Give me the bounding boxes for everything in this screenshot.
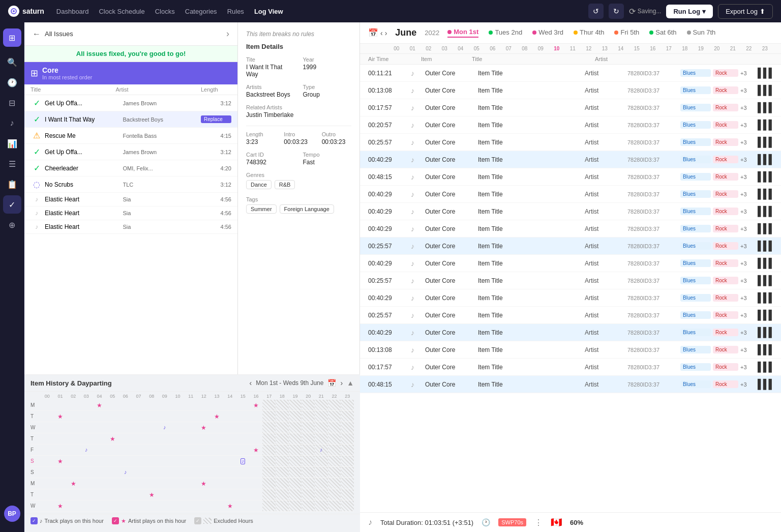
section-title: Core [42,66,92,74]
undo-button[interactable]: ↺ [588,4,604,19]
schedule-row[interactable]: 00:48:15 ♪ Outer Core Item Title Artist … [360,168,781,186]
day-tab[interactable]: Wed 3rd [532,28,563,38]
run-log-button[interactable]: Run Log ▾ [666,5,713,18]
genre-tag[interactable]: Dance [246,180,272,189]
schedule-row[interactable]: 00:17:57 ♪ Outer Core Item Title Artist … [360,359,781,376]
item-title: Item Title [478,225,583,232]
sidebar-icons: ⊞ 🔍 🕐 ⊟ ♪ 📊 ☰ 📋 ✓ ⊕ BP [0,22,24,532]
day-cell [132,445,145,455]
detail-panel: This item breaks no rules Item Details T… [238,22,360,374]
schedule-row[interactable]: 00:40:29 ♪ Outer Core Item Title Artist … [360,255,781,272]
sidebar-check-btn[interactable]: ✓ [3,195,21,214]
day-cell [171,478,185,489]
track-info: Cheerleader [45,165,121,172]
more-options-button[interactable]: ⋮ [534,518,543,527]
nav-dashboard[interactable]: Dashboard [56,8,89,15]
user-avatar[interactable]: BP [4,506,20,522]
schedule-next-btn[interactable]: › [385,29,387,37]
day-tab[interactable]: Sat 6th [649,28,676,38]
schedule-row[interactable]: 00:13:08 ♪ Outer Core Item Title Artist … [360,341,781,359]
sidebar-list-btn[interactable]: ☰ [3,155,21,173]
day-cell [41,500,54,511]
calendar-icon[interactable]: 📅 [327,379,336,387]
track-artist: Sia [123,224,199,230]
schedule-row[interactable]: 00:40:29 ♪ Outer Core Item Title Artist … [360,186,781,203]
day-cell [80,400,93,410]
day-tab[interactable]: Sun 7th [687,28,716,38]
day-cell [197,411,211,422]
track-item[interactable]: ♪ Elastic Heart Sia 4:56 [24,193,237,206]
schedule-row[interactable]: 00:25:57 ♪ Outer Core Item Title Artist … [360,238,781,255]
schedule-row[interactable]: 00:11:21 ♪ Outer Core Item Title Artist … [360,65,781,82]
day-tab[interactable]: Mon 1st [447,28,478,38]
day-cell [145,500,158,511]
day-cell [145,456,158,466]
schedule-row[interactable]: 00:25:57 ♪ Outer Core Item Title Artist … [360,307,781,324]
sidebar-clock-btn[interactable]: 🕐 [3,73,21,92]
sidebar-search-btn[interactable]: 🔍 [3,53,21,71]
item-source: Outer Core [425,381,476,388]
schedule-row[interactable]: 00:13:08 ♪ Outer Core Item Title Artist … [360,82,781,99]
day-cell: ★ [250,400,263,410]
day-tab[interactable]: Tues 2nd [489,28,522,38]
track-item[interactable]: ✓ Get Up Offa... James Brown 3:12 [24,144,237,160]
schedule-row[interactable]: 00:20:57 ♪ Outer Core Item Title Artist … [360,116,781,134]
sidebar-app-icon[interactable]: ⊞ [3,28,21,47]
track-item[interactable]: ◌ No Scrubs TLC 3:12 [24,176,237,193]
day-cell [328,456,341,466]
day-cell [171,500,185,511]
item-category-1: Blues [680,156,711,163]
collapse-panel-button[interactable]: › [226,28,229,39]
item-category-1: Blues [680,242,711,250]
schedule-row[interactable]: 00:48:15 ♪ Outer Core Item Title Artist … [360,376,781,393]
schedule-row[interactable]: 00:17:57 ♪ Outer Core Item Title Artist … [360,99,781,116]
schedule-row[interactable]: 00:40:29 ♪ Outer Core Item Title Artist … [360,220,781,238]
schedule-row[interactable]: 00:40:29 ♪ Outer Core Item Title Artist … [360,324,781,341]
tag-item[interactable]: Foreign Language [280,204,334,214]
schedule-row[interactable]: 00:25:57 ♪ Outer Core Item Title Artist … [360,134,781,151]
day-tab[interactable]: Thur 4th [574,28,604,38]
schedule-row[interactable]: 00:25:57 ♪ Outer Core Item Title Artist … [360,272,781,289]
nav-clocks[interactable]: Clocks [155,8,175,15]
tempo-label: Tempo [303,152,352,158]
sidebar-notes-btn[interactable]: 📋 [3,175,21,193]
day-cell [328,489,341,500]
schedule-row[interactable]: 00:40:29 ♪ Outer Core Item Title Artist … [360,203,781,220]
nav-rules[interactable]: Rules [227,8,244,15]
history-prev-button[interactable]: ‹ [250,379,252,387]
track-item[interactable]: ✓ Cheerleader OMI, Felix... 4:20 [24,160,237,176]
track-item[interactable]: ✓ Get Up Offa... James Brown 3:12 [24,95,237,111]
schedule-prev-btn[interactable]: ‹ [380,29,383,37]
schedule-row[interactable]: 00:40:29 ♪ Outer Core Item Title Artist … [360,151,781,168]
schedule-row[interactable]: 00:40:29 ♪ Outer Core Item Title Artist … [360,289,781,307]
nav-categories[interactable]: Categories [185,8,217,15]
back-button[interactable]: ← [33,29,41,39]
export-log-button[interactable]: Export Log ⬆ [718,4,773,19]
sidebar-chart-btn[interactable]: 📊 [3,134,21,153]
redo-button[interactable]: ↻ [609,4,624,19]
day-cell [41,422,54,433]
track-item[interactable]: ♪ Elastic Heart Sia 4:56 [24,206,237,220]
history-expand-button[interactable]: ▲ [347,379,354,387]
history-panel: Item History & Dayparting ‹ Mon 1st - We… [24,374,360,532]
sidebar-add-btn[interactable]: ⊕ [3,216,21,234]
nav-log-view[interactable]: Log View [254,8,283,15]
track-duration: 4:56 [201,196,231,202]
day-cell [93,411,106,422]
track-item[interactable]: ⚠ Rescue Me Fontella Bass 4:15 [24,128,237,144]
track-item[interactable]: ♪ Elastic Heart Sia 4:56 [24,220,237,234]
day-cell [119,478,132,489]
col-title: Title [472,56,595,62]
tag-item[interactable]: Summer [246,204,277,214]
day-dot [649,31,653,35]
day-tab[interactable]: Fri 5th [614,28,639,38]
history-next-button[interactable]: › [340,379,343,387]
sidebar-music-btn[interactable]: ♪ [3,114,21,132]
day-cell [171,400,185,410]
airtime: 00:40:29 [368,191,409,198]
track-artist: Sia [123,196,199,202]
genre-tag[interactable]: R&B [275,180,295,189]
nav-clock-schedule[interactable]: Clock Schedule [99,8,144,15]
sidebar-layers-btn[interactable]: ⊟ [3,94,21,112]
track-item[interactable]: ✓ I Want It That Way Backstreet Boys Rep… [24,111,237,128]
